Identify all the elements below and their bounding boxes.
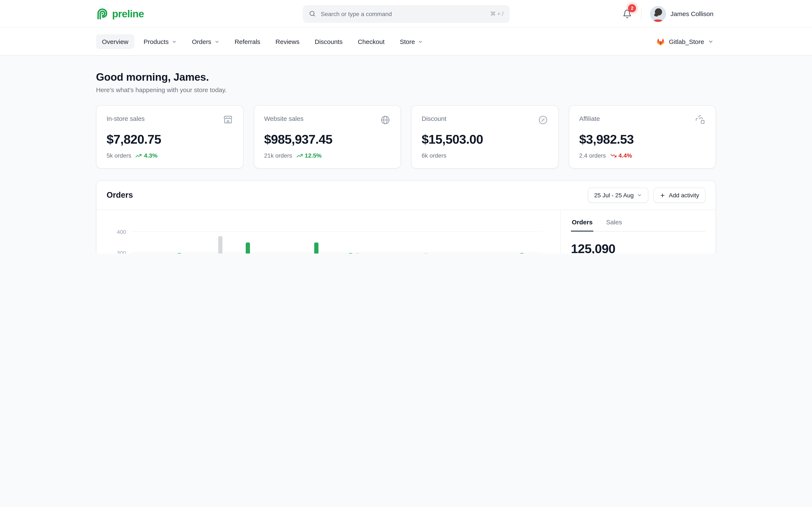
nav-item-store[interactable]: Store	[394, 34, 429, 49]
logo-text: preline	[112, 8, 144, 20]
bar-group-jun: Jun	[303, 232, 337, 253]
orders-side-panel: Orders Sales 125,090 0.00 200,000 A proj…	[560, 210, 716, 253]
top-header: preline ⌘ + / 2	[0, 0, 812, 28]
badge-percent-icon	[538, 115, 548, 127]
stat-change: 12.5%	[296, 152, 321, 159]
store-switcher-label: Gitlab_Store	[669, 38, 704, 45]
trending-up-icon	[136, 152, 142, 159]
gitlab-icon	[656, 37, 665, 46]
stat-label: In-store sales	[107, 115, 145, 122]
nav-item-referrals[interactable]: Referrals	[229, 34, 266, 49]
panel-tabs: Orders Sales	[571, 218, 705, 231]
y-axis-tick: 300	[109, 250, 126, 253]
date-range-button[interactable]: 25 Jul - 25 Aug	[588, 187, 649, 203]
nav-item-checkout[interactable]: Checkout	[352, 34, 391, 49]
bar-in-store	[349, 253, 353, 253]
bar-online	[424, 253, 428, 253]
store-switcher[interactable]: Gitlab_Store	[653, 37, 716, 47]
add-activity-button[interactable]: Add activity	[654, 187, 705, 203]
bar-group-feb: Feb	[165, 232, 200, 253]
stat-card-website-sales: Website sales $985,937.45 21k orders 12.…	[254, 105, 401, 169]
bar-in-store	[177, 253, 181, 253]
stat-value: $7,820.75	[107, 132, 233, 147]
page-subtitle: Here's what's happening with your store …	[96, 86, 716, 93]
tab-sales[interactable]: Sales	[605, 218, 623, 231]
bar-group-mar: Mar	[200, 232, 234, 253]
stat-orders: 2.4 orders	[579, 152, 606, 159]
stat-label: Website sales	[264, 115, 303, 122]
bar-in-store	[314, 242, 318, 253]
bar-group-apr: Apr	[234, 232, 268, 253]
search-shortcut: ⌘ + /	[490, 11, 504, 17]
orders-section: Orders 25 Jul - 25 Aug Add activity 0100…	[96, 180, 716, 253]
nav-item-overview[interactable]: Overview	[96, 34, 134, 49]
nav-item-products[interactable]: Products	[138, 34, 183, 49]
main-content: Good morning, James. Here's what's happe…	[96, 56, 716, 253]
stat-label: Discount	[422, 115, 446, 122]
bar-group-nov: Nov	[474, 232, 508, 253]
stat-cards: In-store sales $7,820.75 5k orders 4.3%	[96, 105, 716, 169]
chevron-down-icon	[214, 39, 219, 44]
global-search[interactable]: ⌘ + /	[303, 5, 509, 22]
orders-chart: 0100200300400JanFebMarAprMayJunJulAugSep…	[96, 210, 560, 253]
bar-group-sep: Sep	[405, 232, 440, 253]
storefront-icon	[223, 115, 233, 127]
stat-change: 4.4%	[610, 152, 632, 159]
stat-change: 4.3%	[136, 152, 158, 159]
stat-value: $15,503.00	[422, 132, 548, 147]
orders-chart-plot: 0100200300400JanFebMarAprMayJunJulAugSep…	[131, 232, 543, 253]
trending-down-icon	[610, 152, 616, 159]
bar-group-oct: Oct	[440, 232, 474, 253]
account-menu[interactable]: James Collison	[648, 5, 716, 22]
chevron-down-icon	[418, 39, 423, 44]
user-name: James Collison	[670, 10, 713, 17]
stat-card-discount: Discount $15,503.00 6k orders	[411, 105, 558, 169]
chevron-down-icon	[171, 39, 176, 44]
bar-online	[355, 253, 359, 253]
stat-card-in-store-sales: In-store sales $7,820.75 5k orders 4.3%	[96, 105, 243, 169]
bar-group-jan: Jan	[131, 232, 165, 253]
bar-in-store	[246, 242, 250, 253]
orders-total: 125,090	[571, 242, 705, 253]
bar-in-store	[520, 253, 524, 253]
stat-orders: 6k orders	[422, 152, 446, 159]
search-icon	[308, 10, 316, 17]
bar-group-jul: Jul	[337, 232, 371, 253]
header-divider	[641, 9, 642, 19]
preline-logo-icon	[96, 7, 109, 20]
stat-label: Affiliate	[579, 115, 600, 122]
stat-value: $985,937.45	[264, 132, 390, 147]
page-title: Good morning, James.	[96, 71, 716, 83]
stat-card-affiliate: Affiliate $3,982.53 2.4 orders 4.4%	[569, 105, 716, 169]
bar-group-aug: Aug	[371, 232, 405, 253]
globe-icon	[380, 115, 390, 127]
plus-icon	[660, 192, 665, 198]
nav-item-reviews[interactable]: Reviews	[270, 34, 305, 49]
chevron-down-icon	[637, 193, 642, 198]
chevron-down-icon	[708, 39, 713, 44]
stat-orders: 5k orders	[107, 152, 131, 159]
notifications-button[interactable]: 2	[619, 6, 636, 22]
notifications-badge: 2	[628, 4, 636, 12]
trending-up-icon	[296, 152, 303, 159]
stat-value: $3,982.53	[579, 132, 705, 147]
orders-title: Orders	[107, 190, 133, 200]
search-input[interactable]	[320, 10, 486, 17]
nav-item-orders[interactable]: Orders	[186, 34, 225, 49]
tab-orders[interactable]: Orders	[571, 218, 593, 231]
y-axis-tick: 400	[109, 229, 126, 235]
app: preline ⌘ + / 2	[0, 0, 812, 253]
nav-item-discounts[interactable]: Discounts	[309, 34, 349, 49]
bar-online	[218, 236, 222, 253]
bar-group-dec: Dec	[508, 232, 543, 253]
main-nav: Overview Products Orders Referrals Revie…	[0, 28, 812, 56]
stat-orders: 21k orders	[264, 152, 292, 159]
avatar	[650, 6, 666, 22]
bar-group-may: May	[268, 232, 303, 253]
preline-logo[interactable]: preline	[96, 7, 303, 20]
copy-link-icon	[695, 115, 705, 127]
